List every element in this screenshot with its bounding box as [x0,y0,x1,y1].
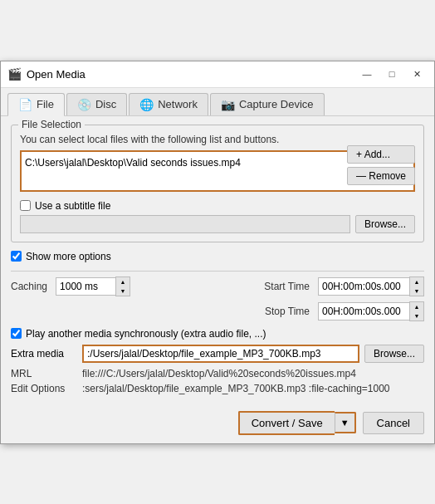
mrl-value: file:///C:/Users/jalal/Desktop/Valid%20s… [82,368,356,379]
window-title: Open Media [27,68,86,81]
stop-time-spinners: ▲ ▼ [409,301,424,321]
show-more-text: Show more options [26,251,111,262]
caching-input-wrapper: ▲ ▼ [56,276,130,296]
stop-time-wrapper: ▲ ▼ [318,301,424,321]
start-time-up-button[interactable]: ▲ [410,277,423,286]
start-time-spinners: ▲ ▼ [409,276,424,296]
file-selection-group: File Selection You can select local file… [11,125,424,242]
mrl-label: MRL [11,368,77,379]
show-more-checkbox[interactable] [11,251,22,262]
tab-bar: 📄 File 💿 Disc 🌐 Network 📷 Capture Device [1,88,434,116]
caching-spinners: ▲ ▼ [115,276,130,296]
caching-label: Caching [11,281,47,292]
start-time-wrapper: ▲ ▼ [318,276,424,296]
file-area: C:\Users\jalal\Desktop\Valid seconds iss… [20,150,415,195]
start-time-down-button[interactable]: ▼ [410,286,423,296]
tab-network[interactable]: 🌐 Network [129,93,208,115]
remove-button[interactable]: — Remove [347,167,415,185]
divider [11,271,424,272]
edit-options-value: :sers/jalal/Desktop/file_example_MP3_700… [82,383,390,394]
file-selection-title: File Selection [18,119,85,130]
bottom-buttons: Convert / Save ▼ Cancel [1,406,434,443]
caching-input[interactable] [56,277,115,296]
convert-save-dropdown-button[interactable]: ▼ [335,412,356,433]
open-media-dialog: 🎬 Open Media — □ ✕ 📄 File 💿 Disc 🌐 Netwo… [0,61,435,444]
caching-up-button[interactable]: ▲ [116,277,130,286]
extra-media-row: Extra media Browse... [11,345,424,363]
tab-disc[interactable]: 💿 Disc [66,93,127,115]
start-time-input[interactable] [318,277,409,296]
tab-capture[interactable]: 📷 Capture Device [210,93,325,115]
mrl-row: MRL file:///C:/Users/jalal/Desktop/Valid… [11,368,424,379]
file-selection-description: You can select local files with the foll… [20,134,415,145]
capture-tab-icon: 📷 [221,98,235,111]
tab-network-label: Network [158,98,198,110]
stop-time-up-button[interactable]: ▲ [410,302,423,311]
tab-file-label: File [37,98,54,110]
extra-media-browse-button[interactable]: Browse... [364,345,424,363]
subtitle-input[interactable] [20,215,350,233]
disc-tab-icon: 💿 [77,98,91,111]
tab-file[interactable]: 📄 File [7,93,65,116]
show-more-label[interactable]: Show more options [11,251,111,262]
edit-options-label: Edit Options [11,383,77,394]
close-button[interactable]: ✕ [406,66,428,82]
dialog-content: File Selection You can select local file… [1,116,434,406]
extra-media-input[interactable] [82,345,359,363]
sync-row: Play another media synchronously (extra … [11,328,424,340]
sync-checkbox[interactable] [11,328,22,339]
sync-label[interactable]: Play another media synchronously (extra … [11,328,266,340]
window-controls: — □ ✕ [356,66,428,82]
minimize-button[interactable]: — [356,66,378,82]
subtitle-checkbox-label[interactable]: Use a subtitle file [20,200,110,212]
caching-down-button[interactable]: ▼ [116,286,130,296]
maximize-button[interactable]: □ [381,66,403,82]
stop-time-input[interactable] [318,302,409,321]
convert-save-button[interactable]: Convert / Save [238,411,335,435]
subtitle-row: Use a subtitle file [20,200,415,212]
convert-save-wrapper: Convert / Save ▼ [238,411,356,435]
tab-disc-label: Disc [95,98,116,110]
show-more-row: Show more options [11,251,424,262]
add-button[interactable]: + Add... [347,145,415,164]
stop-time-down-button[interactable]: ▼ [410,311,423,321]
stop-time-label: Stop Time [265,306,310,317]
vlc-logo-icon: 🎬 [7,67,22,81]
sync-text: Play another media synchronously (extra … [26,328,266,340]
extra-media-label: Extra media [11,348,77,360]
subtitle-label: Use a subtitle file [35,200,110,212]
file-tab-icon: 📄 [18,98,32,111]
titlebar: 🎬 Open Media — □ ✕ [1,61,434,88]
cancel-button[interactable]: Cancel [363,412,424,434]
titlebar-left: 🎬 Open Media [7,67,86,81]
edit-options-row: Edit Options :sers/jalal/Desktop/file_ex… [11,383,424,394]
file-buttons: + Add... — Remove [347,145,415,185]
network-tab-icon: 🌐 [139,98,154,111]
start-time-label: Start Time [264,281,310,292]
tab-capture-label: Capture Device [239,98,314,110]
subtitle-checkbox[interactable] [20,200,31,211]
subtitle-browse-button[interactable]: Browse... [355,215,415,233]
